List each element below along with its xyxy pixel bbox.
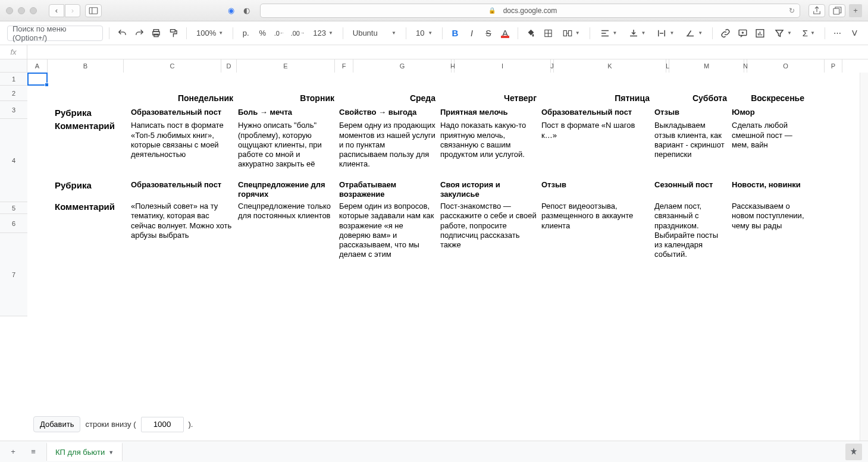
- comment-cell: «Полезный совет» на ту тематику, которая…: [130, 200, 237, 261]
- undo-button[interactable]: [115, 26, 129, 41]
- col-header[interactable]: E: [237, 59, 335, 73]
- merge-cells-button[interactable]: ▼: [559, 26, 584, 41]
- fx-label: fx: [0, 45, 27, 59]
- reader-icon[interactable]: ◐: [241, 6, 252, 15]
- tabs-button[interactable]: [829, 4, 845, 17]
- horizontal-align-button[interactable]: ▼: [596, 26, 621, 41]
- rubric-cell: Отзыв: [653, 106, 731, 120]
- selection-box: [27, 73, 48, 86]
- rubric-cell: Образовательный пост: [130, 179, 237, 201]
- comment-cell: Надо показать какую-то приятную мелочь, …: [439, 120, 540, 170]
- insert-chart-button[interactable]: [753, 26, 767, 41]
- comment-cell: Берем одну из продающих моментов из наше…: [338, 120, 439, 170]
- shield-icon[interactable]: ◉: [225, 6, 236, 15]
- svg-rect-2: [833, 8, 839, 14]
- comment-cell: Пост-знакомство — расскажите о себе и св…: [439, 200, 540, 261]
- share-button[interactable]: [809, 4, 825, 17]
- italic-button[interactable]: I: [465, 26, 478, 41]
- spreadsheet-grid[interactable]: A B C D E F G H I J K L M N O P 1 2 3 4 …: [0, 59, 868, 316]
- comment-cell: Написать пост в формате «Топ-5 любимых к…: [130, 120, 237, 170]
- col-header[interactable]: C: [124, 59, 221, 73]
- text-rotation-button[interactable]: ▼: [681, 26, 706, 41]
- url-bar[interactable]: 🔒 docs.google.com ↻: [260, 4, 800, 18]
- decrease-decimal[interactable]: .0←: [272, 26, 286, 41]
- forward-button[interactable]: ›: [65, 4, 80, 17]
- rubric-cell: Сезонный пост: [653, 179, 731, 201]
- back-button[interactable]: ‹: [49, 4, 64, 17]
- nav-buttons: ‹ ›: [49, 4, 80, 17]
- paint-format-button[interactable]: [167, 26, 180, 41]
- formula-input[interactable]: [27, 45, 868, 59]
- row-header[interactable]: 3: [0, 101, 27, 119]
- comment-cell: Репост видеоотзыва, размещенного в аккау…: [540, 200, 653, 261]
- strikethrough-button[interactable]: S: [482, 26, 495, 41]
- format-percent[interactable]: %: [256, 26, 269, 41]
- insert-comment-button[interactable]: [736, 26, 750, 41]
- select-all-corner[interactable]: [0, 59, 27, 73]
- menu-search[interactable]: Поиск по меню (Option+/): [7, 26, 103, 41]
- zoom-dropdown[interactable]: 100%▼: [193, 26, 227, 41]
- minimize-window[interactable]: [18, 7, 25, 14]
- insert-link-button[interactable]: [719, 26, 732, 41]
- col-header[interactable]: G: [353, 59, 452, 73]
- col-header[interactable]: A: [27, 59, 48, 73]
- text-color-button[interactable]: A: [499, 26, 512, 41]
- increase-decimal[interactable]: .00→: [289, 26, 306, 41]
- sidebar-toggle[interactable]: [85, 4, 102, 17]
- refresh-icon[interactable]: ↻: [789, 7, 795, 15]
- svg-rect-11: [568, 30, 571, 36]
- font-size-dropdown[interactable]: 10▼: [412, 26, 436, 41]
- font-dropdown[interactable]: Ubuntu▼: [349, 26, 400, 41]
- row-header[interactable]: 2: [0, 86, 27, 101]
- vertical-align-button[interactable]: ▼: [625, 26, 650, 41]
- col-header[interactable]: O: [747, 59, 825, 73]
- text-wrap-button[interactable]: ▼: [653, 26, 678, 41]
- number-format-dropdown[interactable]: 123▼: [309, 26, 337, 41]
- rubric-cell: Образовательный пост: [130, 106, 237, 120]
- borders-button[interactable]: [541, 26, 555, 41]
- col-header[interactable]: B: [48, 59, 124, 73]
- row-header[interactable]: 5: [0, 202, 27, 214]
- col-header[interactable]: P: [825, 59, 842, 73]
- svg-rect-6: [171, 29, 176, 32]
- row-header[interactable]: 7: [0, 233, 27, 316]
- functions-button[interactable]: Σ▼: [799, 26, 819, 41]
- new-tab-button[interactable]: +: [849, 4, 862, 17]
- sheets-toolbar: Поиск по меню (Option+/) 100%▼ р. % .0← …: [0, 21, 868, 45]
- comment-cell: Нужно описать "боль" (проблему), которую…: [237, 120, 338, 170]
- comment-cell: Сделать любой смешной пост — мем, вайн: [731, 120, 808, 170]
- day-header: Среда: [338, 92, 439, 106]
- rubric-cell: Юмор: [731, 106, 808, 120]
- browser-chrome: ‹ › ◉ ◐ 🔒 docs.google.com ↻ +: [0, 0, 868, 21]
- collapse-toolbar-button[interactable]: ᐯ: [848, 26, 861, 41]
- comment-cell: Выкладываем отзыв клиента, как вариант -…: [653, 120, 731, 170]
- row-header[interactable]: 6: [0, 214, 27, 233]
- day-header: Четверг: [439, 92, 540, 106]
- row-header[interactable]: 1: [0, 73, 27, 86]
- comment-cell: Спецпредложение только для постоянных кл…: [237, 200, 338, 261]
- rubric-cell: Отзыв: [540, 179, 653, 201]
- col-header[interactable]: I: [455, 59, 551, 73]
- vertical-scrollbar[interactable]: [860, 73, 868, 316]
- maximize-window[interactable]: [30, 7, 37, 14]
- svg-rect-0: [89, 7, 98, 14]
- redo-button[interactable]: [133, 26, 146, 41]
- row-header[interactable]: 4: [0, 119, 27, 202]
- fill-color-button[interactable]: [524, 26, 538, 41]
- more-button[interactable]: ⋯: [831, 26, 844, 41]
- close-window[interactable]: [6, 7, 13, 14]
- day-header: Пятница: [540, 92, 653, 106]
- rubric-cell: Новости, новинки: [731, 179, 808, 201]
- print-button[interactable]: [149, 26, 163, 41]
- traffic-lights: [6, 7, 37, 14]
- bold-button[interactable]: B: [449, 26, 462, 41]
- col-header[interactable]: D: [221, 59, 237, 73]
- content-table: Понедельник Вторник Среда Четверг Пятниц…: [48, 86, 868, 267]
- day-header: Воскресенье: [731, 92, 808, 106]
- col-header[interactable]: F: [335, 59, 353, 73]
- rubric-cell: Спецпредложение для горячих: [237, 179, 338, 201]
- format-currency[interactable]: р.: [239, 26, 252, 41]
- filter-button[interactable]: ▼: [770, 26, 795, 41]
- col-header[interactable]: K: [554, 59, 666, 73]
- col-header[interactable]: M: [669, 59, 744, 73]
